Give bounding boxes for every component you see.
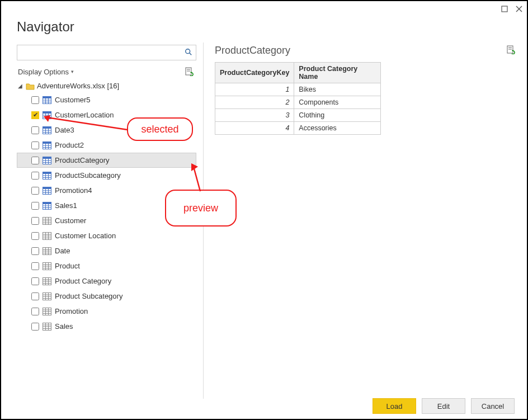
checkbox[interactable] bbox=[31, 96, 39, 104]
checkbox[interactable] bbox=[31, 172, 39, 180]
tree-item[interactable]: Promotion bbox=[17, 304, 196, 319]
caret-down-icon: ▾ bbox=[71, 69, 74, 74]
cell-name: Clothing bbox=[294, 109, 381, 122]
tree-item-label: ProductCategory bbox=[55, 156, 110, 164]
table-icon bbox=[43, 292, 51, 300]
svg-rect-34 bbox=[43, 157, 51, 159]
checkbox[interactable] bbox=[31, 141, 39, 149]
checkbox[interactable] bbox=[31, 277, 39, 285]
search-row bbox=[17, 45, 196, 60]
table-icon bbox=[43, 157, 51, 164]
maximize-button[interactable] bbox=[500, 4, 509, 13]
refresh-preview-icon[interactable] bbox=[507, 45, 516, 56]
table-row[interactable]: 4Accessories bbox=[215, 122, 381, 135]
tree-item-label: Product2 bbox=[55, 141, 84, 149]
tree-item[interactable]: Product2 bbox=[17, 138, 196, 153]
tree-root[interactable]: ◢ AdventureWorks.xlsx [16] bbox=[17, 79, 196, 92]
tree-item[interactable]: Product bbox=[17, 258, 196, 273]
cell-name: Accessories bbox=[294, 122, 381, 135]
tree-item-label: Sales1 bbox=[55, 201, 77, 210]
checkbox[interactable] bbox=[31, 187, 39, 195]
svg-point-3 bbox=[186, 49, 190, 53]
tree-item-label: Customer5 bbox=[55, 96, 91, 104]
checkbox[interactable] bbox=[31, 262, 39, 270]
svg-rect-0 bbox=[502, 6, 507, 12]
tree-item-label: Date3 bbox=[55, 126, 74, 134]
checkbox[interactable] bbox=[31, 247, 39, 255]
tree-item[interactable]: Customer Location bbox=[17, 228, 196, 243]
checkbox[interactable] bbox=[31, 217, 39, 225]
checkbox[interactable] bbox=[31, 292, 39, 300]
preview-table: ProductCategoryKey Product Category Name… bbox=[215, 62, 381, 135]
checkbox[interactable] bbox=[31, 126, 39, 134]
svg-rect-40 bbox=[43, 172, 51, 174]
tree-item-label: Date bbox=[55, 247, 70, 255]
svg-rect-10 bbox=[43, 96, 51, 98]
display-options-dropdown[interactable]: Display Options ▾ bbox=[18, 68, 74, 76]
checkbox[interactable] bbox=[31, 157, 39, 164]
search-input[interactable] bbox=[21, 49, 185, 57]
main-area: Display Options ▾ ◢ AdventureWorks.xlsx … bbox=[1, 43, 527, 399]
tree-item-label: Customer Location bbox=[55, 232, 116, 240]
cell-key: 2 bbox=[215, 96, 294, 109]
search-icon[interactable] bbox=[185, 48, 192, 58]
tree-item[interactable]: Sales bbox=[17, 319, 196, 334]
svg-rect-46 bbox=[43, 187, 51, 189]
table-icon bbox=[43, 217, 51, 225]
tree-item[interactable]: ✔CustomerLocation bbox=[17, 107, 196, 122]
cancel-button[interactable]: Cancel bbox=[471, 398, 515, 414]
tree-item[interactable]: Customer bbox=[17, 213, 196, 228]
tree-item[interactable]: Product Subcategory bbox=[17, 289, 196, 304]
tree-item-label: Product bbox=[55, 262, 80, 270]
tree-item[interactable]: Product Category bbox=[17, 273, 196, 289]
table-icon bbox=[43, 232, 51, 240]
tree-item[interactable]: ProductCategory bbox=[17, 153, 196, 168]
tree-item-label: Promotion4 bbox=[55, 186, 92, 195]
window-title: Navigator bbox=[1, 17, 527, 43]
table-icon bbox=[43, 323, 51, 331]
display-options-row: Display Options ▾ bbox=[17, 65, 196, 79]
refresh-preview-icon[interactable] bbox=[185, 67, 194, 76]
svg-marker-8 bbox=[190, 72, 192, 73]
table-icon bbox=[43, 202, 51, 210]
close-button[interactable] bbox=[515, 4, 524, 13]
tree-item[interactable]: ProductSubcategory bbox=[17, 168, 196, 183]
table-icon bbox=[43, 172, 51, 180]
tree-item-label: Product Category bbox=[55, 277, 111, 285]
cell-key: 3 bbox=[215, 109, 294, 122]
tree-item-label: Sales bbox=[55, 322, 73, 331]
tree-item[interactable]: Sales1 bbox=[17, 198, 196, 213]
cell-key: 4 bbox=[215, 122, 294, 135]
table-row[interactable]: 3Clothing bbox=[215, 109, 381, 122]
edit-button[interactable]: Edit bbox=[422, 398, 465, 414]
table-icon bbox=[43, 111, 51, 119]
checkbox-checked[interactable]: ✔ bbox=[31, 111, 39, 119]
column-header[interactable]: ProductCategoryKey bbox=[215, 63, 294, 83]
titlebar bbox=[1, 1, 527, 17]
column-header[interactable]: Product Category Name bbox=[294, 63, 381, 83]
table-icon bbox=[43, 247, 51, 255]
tree-item-label: Customer bbox=[55, 216, 86, 225]
preview-pane: ProductCategory ProductCategoryKey Produ… bbox=[204, 43, 527, 399]
load-button[interactable]: Load bbox=[373, 398, 416, 414]
tree-item[interactable]: Date bbox=[17, 243, 196, 258]
svg-rect-52 bbox=[43, 202, 51, 204]
expander-icon[interactable]: ◢ bbox=[18, 83, 23, 89]
tree-item[interactable]: Promotion4 bbox=[17, 183, 196, 198]
footer: Load Edit Cancel bbox=[1, 393, 527, 419]
tree-item[interactable]: Customer5 bbox=[17, 92, 196, 107]
display-options-label: Display Options bbox=[18, 68, 69, 76]
table-icon bbox=[43, 308, 51, 315]
checkbox[interactable] bbox=[31, 323, 39, 331]
svg-line-4 bbox=[190, 53, 192, 55]
tree-item[interactable]: Date3 bbox=[17, 122, 196, 138]
table-icon bbox=[43, 262, 51, 270]
checkbox[interactable] bbox=[31, 202, 39, 210]
table-row[interactable]: 1Bikes bbox=[215, 83, 381, 96]
folder-icon bbox=[26, 82, 35, 90]
table-icon bbox=[43, 141, 51, 149]
table-row[interactable]: 2Components bbox=[215, 96, 381, 109]
checkbox[interactable] bbox=[31, 308, 39, 315]
tree-item-label: Promotion bbox=[55, 307, 88, 315]
checkbox[interactable] bbox=[31, 232, 39, 240]
